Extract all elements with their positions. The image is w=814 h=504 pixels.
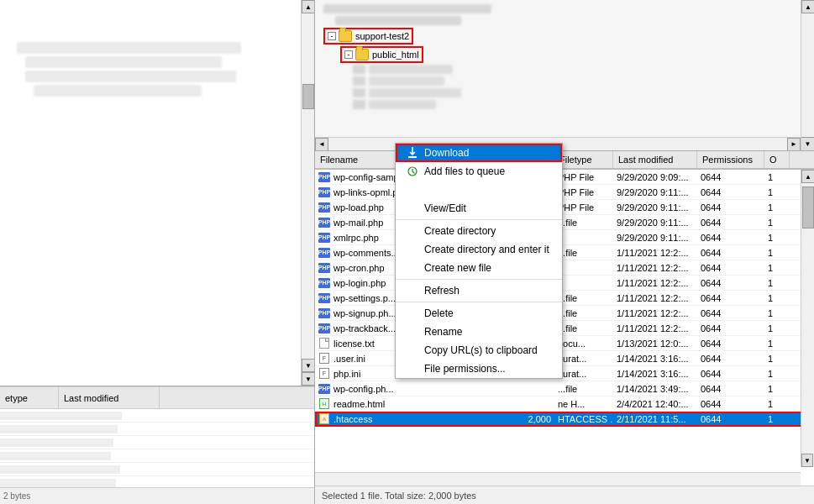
file-type-cell: docu... — [554, 336, 613, 350]
context-menu-separator — [396, 279, 562, 280]
col-header-owner[interactable]: O — [764, 151, 790, 168]
table-row[interactable]: F.user.inigurat...1/14/2021 3:16:...0644… — [315, 351, 814, 366]
table-row[interactable]: PHPwp-comments......file1/11/2021 12:2:.… — [315, 245, 814, 260]
table-row[interactable]: PHPwp-cron.php1/11/2021 12:2:...06441 — [315, 260, 814, 276]
file-perms-cell: 0644 — [697, 276, 764, 290]
table-row[interactable]: PHPwp-links-opml.php2,496PHP File9/29/20… — [315, 185, 814, 200]
list-item[interactable] — [0, 436, 314, 449]
empty-icon — [406, 325, 419, 339]
context-menu-item[interactable]: View/Edit — [396, 199, 562, 218]
scroll-up-arrow[interactable]: ▲ — [801, 0, 814, 13]
list-item[interactable] — [0, 449, 314, 463]
scrollbar-thumb[interactable] — [302, 84, 314, 109]
file-lastmod-cell: 9/29/2020 9:11:... — [613, 230, 697, 244]
context-menu-item[interactable]: Create new file — [396, 259, 562, 277]
left-column-headers: etype Last modified — [0, 387, 314, 409]
file-icon: PHP — [318, 292, 330, 304]
col-header-etype[interactable]: etype — [0, 387, 59, 408]
table-row[interactable]: A.htaccess2,000HTACCESS ...2/11/2021 11:… — [315, 412, 814, 427]
empty-icon — [406, 243, 419, 256]
table-row[interactable]: PHPwp-settings.p......file1/11/2021 12:2… — [315, 291, 814, 306]
left-tree-scrollbar[interactable]: ▲ ▼ ▼ — [301, 0, 314, 386]
table-row[interactable]: license.txtdocu...1/13/2021 12:0:...0644… — [315, 336, 814, 351]
col-header-perms[interactable]: Permissions — [697, 151, 764, 168]
file-list-area: Filename Filesize Filetype Last modified… — [315, 151, 814, 486]
download-icon — [406, 146, 419, 160]
file-type-cell: gurat... — [554, 366, 613, 381]
file-owner-cell: 1 — [764, 245, 790, 260]
table-row[interactable]: PHPwp-login.php1/11/2021 12:2:...06441 — [315, 276, 814, 291]
scroll-up-arrow[interactable]: ▲ — [801, 170, 814, 183]
file-owner-cell: 1 — [764, 200, 790, 214]
file-icon: PHP — [318, 323, 330, 334]
file-type-cell: ...file — [554, 381, 613, 396]
context-menu-item[interactable]: Create directory — [396, 222, 562, 240]
context-menu: DownloadAdd files to queueView/EditCreat… — [395, 143, 563, 379]
table-row[interactable]: PHPwp-signup.ph......file1/11/2021 12:2:… — [315, 306, 814, 321]
file-type-cell: HTACCESS ... — [554, 412, 613, 426]
file-name-text: readme.html — [333, 399, 385, 409]
right-panel: - support-test2 - public_html — [315, 0, 814, 504]
scroll-left-arrow[interactable]: ◄ — [315, 138, 328, 151]
file-type-cell: PHP File — [554, 200, 613, 214]
file-list-scrollbar[interactable]: ▲ ▼ — [801, 170, 814, 467]
file-owner-cell: 1 — [764, 351, 790, 365]
table-row[interactable]: PHPwp-load.php3,300PHP File9/29/2020 9:1… — [315, 200, 814, 215]
file-name-cell: PHPwp-config.ph... — [315, 381, 500, 396]
expand-button[interactable]: - — [328, 32, 336, 40]
scroll-down-arrow[interactable]: ▼ — [302, 359, 314, 372]
context-menu-item[interactable]: Create directory and enter it — [396, 240, 562, 259]
file-icon: H — [318, 398, 330, 410]
col-header-lastmod[interactable]: Last modified — [613, 151, 697, 168]
scroll-down-arrow[interactable]: ▼ — [801, 137, 814, 150]
context-menu-item[interactable]: File permissions... — [396, 360, 562, 378]
col-header-lastmod[interactable]: Last modified — [59, 387, 160, 408]
table-row[interactable]: PHPwp-config.ph......file1/14/2021 3:49:… — [315, 381, 814, 396]
table-row[interactable]: Hreadme.htmlne H...2/4/2021 12:40:...064… — [315, 396, 814, 412]
file-perms-cell: 0644 — [697, 215, 764, 229]
list-item[interactable] — [0, 463, 314, 476]
table-row[interactable]: PHPwp-trackback......file1/11/2021 12:2:… — [315, 321, 814, 336]
expand-button[interactable]: - — [344, 50, 353, 59]
file-type-cell: ...file — [554, 306, 613, 320]
context-menu-item[interactable]: Download — [396, 144, 562, 162]
context-menu-item[interactable]: Copy URL(s) to clipboard — [396, 341, 562, 360]
file-lastmod-cell: 2/4/2021 12:40:... — [613, 396, 697, 411]
context-menu-item[interactable]: Add files to queue — [396, 162, 562, 181]
table-row[interactable]: Fphp.inigurat...1/14/2021 3:16:...06441 — [315, 366, 814, 381]
file-owner-cell: 1 — [764, 170, 790, 184]
file-name-text: .user.ini — [333, 354, 365, 364]
table-row[interactable]: PHPwp-mail.php...file9/29/2020 9:11:...0… — [315, 215, 814, 230]
scroll-down-arrow2[interactable]: ▼ — [302, 372, 314, 386]
col-header-filetype[interactable]: Filetype — [554, 151, 613, 168]
context-menu-item[interactable]: Delete — [396, 304, 562, 323]
empty-icon — [406, 261, 419, 275]
left-file-rows — [0, 409, 314, 487]
context-menu-item[interactable] — [396, 181, 562, 199]
file-size-cell — [500, 396, 554, 411]
file-list-hscrollbar[interactable] — [315, 472, 801, 486]
tree-node-support-test2[interactable]: - support-test2 — [323, 28, 413, 45]
table-row[interactable]: PHPxmlrpc.php9/29/2020 9:11:...06441 — [315, 230, 814, 245]
tree-node-public-html[interactable]: - public_html — [340, 46, 423, 63]
context-menu-item[interactable]: Rename — [396, 323, 562, 341]
file-perms-cell: 0644 — [697, 351, 764, 365]
context-menu-item-label: Create new file — [424, 262, 491, 274]
scroll-down-arrow[interactable]: ▼ — [801, 454, 813, 467]
file-icon: F — [318, 353, 330, 365]
list-item[interactable] — [0, 476, 314, 487]
scrollbar-thumb[interactable] — [802, 186, 814, 228]
file-owner-cell: 1 — [764, 306, 790, 320]
scroll-right-arrow[interactable]: ► — [787, 138, 801, 151]
file-lastmod-cell: 1/14/2021 3:16:... — [613, 351, 697, 365]
context-menu-item[interactable]: Refresh — [396, 281, 562, 300]
right-tree-scrollbar[interactable]: ▲ ▼ — [801, 0, 814, 150]
file-lastmod-cell: 9/29/2020 9:11:... — [613, 200, 697, 214]
scroll-up-arrow[interactable]: ▲ — [302, 0, 314, 13]
table-row[interactable]: PHPwp-config-sample.php2,913PHP File9/29… — [315, 170, 814, 185]
list-item[interactable] — [0, 409, 314, 423]
file-lastmod-cell: 1/11/2021 12:2:... — [613, 291, 697, 305]
left-panel: ▲ ▼ ▼ etype Last modified 2 bytes — [0, 0, 315, 504]
list-item[interactable] — [0, 423, 314, 436]
file-perms-cell: 0644 — [697, 245, 764, 260]
